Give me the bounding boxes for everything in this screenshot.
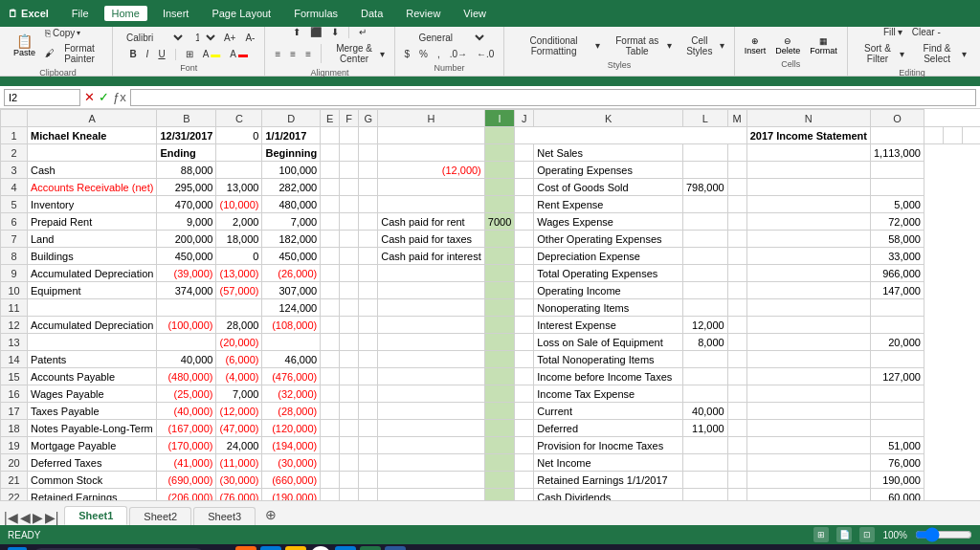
cell-f6[interactable] — [340, 213, 359, 231]
cell-f13[interactable] — [340, 334, 359, 351]
cell-h5[interactable] — [378, 196, 485, 213]
row-header[interactable]: 11 — [1, 299, 28, 317]
cell-i15[interactable] — [484, 368, 514, 385]
cell-b13[interactable] — [157, 334, 216, 351]
cell-e10[interactable] — [321, 282, 340, 299]
cell-k4[interactable]: Cost of Goods Sold — [534, 179, 683, 196]
cell-j10[interactable] — [515, 282, 534, 299]
task-view-button[interactable]: ⊞ — [211, 546, 232, 550]
cell-i21[interactable] — [484, 472, 514, 489]
cell-a18[interactable]: Notes Payable-Long-Term — [28, 420, 157, 437]
cell-j6[interactable] — [515, 213, 534, 231]
cell-f7[interactable] — [340, 231, 359, 248]
sheet-tab-sheet2[interactable]: Sheet2 — [129, 507, 191, 525]
clear-button[interactable]: Clear - — [908, 25, 945, 39]
cell-o6[interactable]: 72,000 — [870, 213, 924, 231]
cell-d11[interactable]: 124,000 — [262, 299, 321, 317]
cell-f4[interactable] — [340, 179, 359, 196]
cell-c20[interactable]: (11,000) — [216, 454, 262, 472]
font-select[interactable]: Calibri — [119, 30, 186, 45]
grid-view-icon[interactable]: ⊞ — [813, 527, 829, 542]
cell-m1[interactable] — [924, 127, 943, 144]
row-header[interactable]: 8 — [1, 248, 28, 265]
cell-f10[interactable] — [340, 282, 359, 299]
col-header-g[interactable]: G — [359, 110, 378, 127]
cell-g10[interactable] — [359, 282, 378, 299]
cancel-icon[interactable]: ✕ — [84, 90, 95, 104]
cell-g2[interactable] — [359, 144, 378, 162]
cell-o3[interactable] — [870, 162, 924, 179]
cell-l7[interactable] — [682, 231, 727, 248]
cell-i17[interactable] — [484, 403, 514, 420]
name-box[interactable] — [4, 89, 80, 106]
cell-f14[interactable] — [340, 351, 359, 368]
cell-n1[interactable] — [943, 127, 962, 144]
cell-c12[interactable]: 28,000 — [216, 317, 262, 334]
cell-k17[interactable]: Current — [534, 403, 683, 420]
cell-d20[interactable]: (30,000) — [262, 454, 321, 472]
cell-f16[interactable] — [340, 385, 359, 403]
cell-e12[interactable] — [321, 317, 340, 334]
cell-o11[interactable] — [870, 299, 924, 317]
cell-j17[interactable] — [515, 403, 534, 420]
cell-e3[interactable] — [321, 162, 340, 179]
cell-h22[interactable] — [378, 489, 485, 501]
cell-k6[interactable]: Wages Expense — [534, 213, 683, 231]
cell-e9[interactable] — [321, 265, 340, 282]
col-header-c[interactable]: C — [216, 110, 262, 127]
col-header-j[interactable]: J — [515, 110, 534, 127]
tab-review[interactable]: Review — [398, 6, 448, 21]
cell-l10[interactable] — [682, 282, 727, 299]
cell-d4[interactable]: 282,000 — [262, 179, 321, 196]
cell-d19[interactable]: (194,000) — [262, 437, 321, 454]
cell-l2[interactable] — [682, 144, 727, 162]
cell-c1[interactable]: 0 — [216, 127, 262, 144]
cell-d18[interactable]: (120,000) — [262, 420, 321, 437]
cell-m4[interactable] — [727, 179, 746, 196]
cell-a12[interactable]: Accumulated Depreciation — [28, 317, 157, 334]
cell-n11[interactable] — [746, 299, 870, 317]
cell-n12[interactable] — [746, 317, 870, 334]
cell-c18[interactable]: (47,000) — [216, 420, 262, 437]
row-header[interactable]: 15 — [1, 368, 28, 385]
cell-c17[interactable]: (12,000) — [216, 403, 262, 420]
cell-d3[interactable]: 100,000 — [262, 162, 321, 179]
format-as-table-button[interactable]: Format as Table▾ — [606, 33, 676, 58]
cell-e16[interactable] — [321, 385, 340, 403]
cell-a7[interactable]: Land — [28, 231, 157, 248]
cell-h1[interactable] — [378, 127, 485, 144]
col-header-e[interactable]: E — [321, 110, 340, 127]
cell-h4[interactable] — [378, 179, 485, 196]
cell-c13[interactable]: (20,000) — [216, 334, 262, 351]
conditional-formatting-button[interactable]: Conditional Formatting▾ — [510, 33, 603, 58]
cell-h14[interactable] — [378, 351, 485, 368]
page-break-icon[interactable]: ⊡ — [859, 527, 875, 542]
cell-j8[interactable] — [515, 248, 534, 265]
cell-a3[interactable]: Cash — [28, 162, 157, 179]
cell-g19[interactable] — [359, 437, 378, 454]
underline-button[interactable]: U — [154, 47, 168, 61]
row-header[interactable]: 6 — [1, 213, 28, 231]
cell-c4[interactable]: 13,000 — [216, 179, 262, 196]
cell-d7[interactable]: 182,000 — [262, 231, 321, 248]
tab-nav-last[interactable]: ▶| — [45, 510, 59, 525]
cell-n16[interactable] — [746, 385, 870, 403]
cell-h19[interactable] — [378, 437, 485, 454]
cell-m19[interactable] — [727, 437, 746, 454]
cell-e1[interactable] — [321, 127, 340, 144]
cell-c16[interactable]: 7,000 — [216, 385, 262, 403]
cell-b1[interactable]: 12/31/2017 — [157, 127, 216, 144]
cell-a16[interactable]: Wages Payable — [28, 385, 157, 403]
cell-k2[interactable]: Net Sales — [534, 144, 683, 162]
cell-i10[interactable] — [484, 282, 514, 299]
cell-b3[interactable]: 88,000 — [157, 162, 216, 179]
cell-b12[interactable]: (100,000) — [157, 317, 216, 334]
cell-f19[interactable] — [340, 437, 359, 454]
cell-j12[interactable] — [515, 317, 534, 334]
cell-o4[interactable] — [870, 179, 924, 196]
cell-n7[interactable] — [746, 231, 870, 248]
cell-f12[interactable] — [340, 317, 359, 334]
cell-a4[interactable]: Accounts Receivable (net) — [28, 179, 157, 196]
cell-h2[interactable] — [378, 144, 485, 162]
cell-c19[interactable]: 24,000 — [216, 437, 262, 454]
